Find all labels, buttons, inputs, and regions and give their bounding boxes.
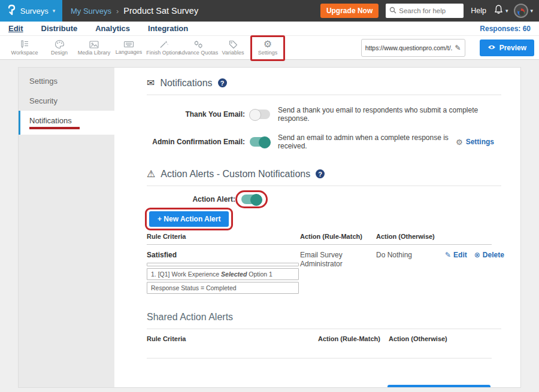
col-rule-criteria: Rule Criteria: [147, 335, 318, 342]
image-icon: [89, 40, 99, 49]
edit-pencil-icon[interactable]: ✎: [455, 44, 461, 52]
thank-you-email-row: Thank You Email: Send a thank you email …: [147, 106, 501, 123]
toolbar-item-languages[interactable]: Languages: [111, 36, 146, 60]
help-link[interactable]: Help: [471, 7, 486, 15]
toolbar-item-design[interactable]: Design: [42, 36, 77, 60]
help-search-input[interactable]: [399, 7, 459, 14]
sidebar-item-notifications[interactable]: Notifications: [19, 111, 114, 135]
criteria-item: 1. [Q1] Work Experience Selected Option …: [147, 268, 299, 280]
upgrade-now-button[interactable]: Upgrade Now: [320, 4, 378, 18]
magic-wand-icon: [159, 39, 169, 49]
col-action-rule-match: Action (Rule-Match): [318, 335, 389, 342]
survey-url-input[interactable]: [365, 44, 453, 51]
new-notification-group-button[interactable]: + New Notification Group: [387, 385, 490, 388]
action-alert-label: Action Alert:: [147, 195, 235, 203]
palette-icon: [54, 39, 65, 49]
chevron-down-icon: ▾: [530, 8, 533, 14]
envelope-icon: ✉: [147, 77, 155, 89]
survey-toolbar: Workspace Design Media Library Languages…: [0, 36, 539, 60]
thank-you-email-label: Thank You Email:: [147, 110, 245, 118]
notifications-section-title: ✉ Notifications ?: [147, 77, 501, 89]
tab-distribute[interactable]: Distribute: [41, 24, 78, 33]
toolbar-item-media-library[interactable]: Media Library: [77, 36, 111, 60]
admin-confirmation-email-description: Send an email to admin when a complete r…: [278, 133, 456, 150]
rule-match-value: Email Survey Administrator: [300, 251, 358, 294]
responses-count[interactable]: Responses: 60: [480, 25, 531, 33]
rule-status: Satisfied: [147, 251, 300, 259]
help-icon[interactable]: ?: [316, 169, 325, 178]
new-action-alert-button[interactable]: + New Action Alert: [149, 211, 229, 227]
breadcrumb-parent[interactable]: My Surveys: [71, 7, 111, 16]
section-tabs: Edit Distribute Analytics Integration Re…: [0, 22, 539, 36]
admin-confirmation-email-row: Admin Confirmation Email: Send an email …: [147, 133, 501, 150]
account-menu-button[interactable]: ▾: [514, 4, 533, 18]
tab-integration[interactable]: Integration: [148, 24, 188, 33]
shared-alerts-table: Rule Criteria Action (Rule-Match) Action…: [147, 335, 492, 358]
tab-analytics[interactable]: Analytics: [95, 24, 130, 33]
edit-icon: ✎: [445, 251, 451, 259]
sidebar-item-security[interactable]: Security: [19, 91, 114, 111]
edit-alert-link[interactable]: ✎Edit: [445, 251, 467, 259]
gear-icon: ⚙: [264, 39, 272, 49]
breadcrumb-separator-icon: ›: [116, 7, 119, 16]
breadcrumb-current: Product Sat Survey: [123, 6, 198, 16]
chevron-down-icon: ▾: [53, 8, 56, 14]
thank-you-email-toggle[interactable]: [250, 110, 270, 119]
help-icon[interactable]: ?: [218, 78, 227, 87]
toolbar-item-advance-quotas[interactable]: Advance Quotas: [181, 36, 216, 60]
toolbar-item-variables[interactable]: Variables: [216, 36, 250, 60]
action-alerts-section-title: ⚠ Action Alerts - Custom Notifications ?: [147, 168, 501, 180]
keyboard-icon: [123, 40, 134, 48]
delete-alert-link[interactable]: ⊗Delete: [474, 251, 504, 259]
settings-card: Settings Security Notifications ✉ Notifi…: [18, 67, 521, 388]
toolbar-item-finish-options[interactable]: Finish Options: [146, 36, 181, 60]
help-search-box[interactable]: [386, 4, 464, 18]
col-rule-criteria: Rule Criteria: [147, 233, 300, 240]
breadcrumb: My Surveys › Product Sat Survey: [71, 6, 198, 16]
top-navbar: Surveys ▾ My Surveys › Product Sat Surve…: [0, 0, 539, 22]
warning-icon: ⚠: [147, 168, 155, 180]
toolbar-item-workspace[interactable]: Workspace: [7, 36, 42, 60]
notification-groups-title: Notification Groups ?: [147, 387, 243, 388]
eye-icon: [487, 44, 496, 52]
thank-you-email-description: Send a thank you email to respondents wh…: [278, 106, 501, 123]
surveys-menu[interactable]: Surveys ▾: [0, 0, 62, 22]
annotation-notifications-underline: [29, 127, 80, 129]
delete-icon: ⊗: [474, 251, 480, 259]
chevron-down-icon: ▾: [505, 8, 508, 14]
action-alert-toggle[interactable]: [241, 195, 262, 204]
col-action-otherwise: Action (Otherwise): [389, 335, 492, 342]
notifications-bell-button[interactable]: ▾: [493, 4, 508, 17]
gear-icon: ⚙: [456, 138, 463, 147]
avatar: [514, 4, 528, 18]
gears-icon: [193, 39, 204, 49]
surveys-menu-label: Surveys: [20, 7, 49, 16]
table-row: Satisfied 1. [Q1] Work Experience Select…: [147, 245, 492, 294]
action-alerts-table: Rule Criteria Action (Rule-Match) Action…: [147, 233, 492, 294]
bell-icon: [493, 4, 504, 17]
admin-confirmation-email-label: Admin Confirmation Email:: [147, 138, 245, 146]
questionpro-logo-icon: [7, 4, 16, 18]
tag-icon: [228, 39, 238, 49]
shared-action-alerts-title: Shared Action Alerts: [147, 312, 501, 323]
criteria-strip: [147, 263, 299, 266]
settings-sidebar: Settings Security Notifications: [19, 68, 114, 387]
search-icon: [389, 5, 396, 16]
preview-button[interactable]: Preview: [480, 39, 534, 56]
sidebar-item-settings[interactable]: Settings: [19, 71, 114, 91]
criteria-item: Response Status = Completed: [147, 282, 299, 294]
col-action-otherwise: Action (Otherwise): [376, 233, 445, 240]
admin-confirmation-email-toggle[interactable]: [250, 137, 270, 147]
survey-url-field[interactable]: ✎: [361, 39, 465, 57]
col-action-rule-match: Action (Rule-Match): [300, 233, 376, 240]
toolbar-item-settings[interactable]: ⚙ Settings: [250, 36, 285, 60]
otherwise-value: Do Nothing: [376, 251, 445, 294]
workspace-icon: [19, 39, 30, 49]
admin-email-settings-link[interactable]: ⚙ Settings: [456, 138, 494, 147]
action-alert-toggle-row: Action Alert:: [147, 195, 501, 204]
tab-edit[interactable]: Edit: [8, 24, 23, 33]
